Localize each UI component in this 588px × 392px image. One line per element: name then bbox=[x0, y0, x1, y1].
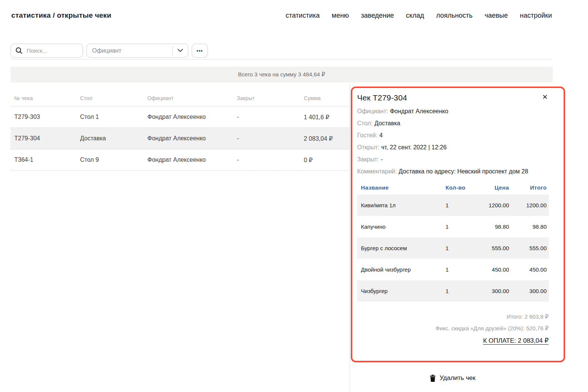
nav-item-tips[interactable]: чаевые bbox=[485, 12, 508, 20]
col-header-receipt-no: № чека bbox=[11, 95, 80, 101]
cell-waiter: Фондрат Алексеенко bbox=[147, 114, 237, 120]
col-header-table: Стол bbox=[80, 95, 147, 101]
nav-item-warehouse[interactable]: склад bbox=[406, 12, 424, 20]
discount-line: Фикс. скидка «Для друзей» (20%): 520,76 … bbox=[357, 322, 549, 334]
delete-receipt-button[interactable]: Удалить чек bbox=[357, 371, 549, 385]
detail-comment: Комментарий:Доставка по адресу: Невский … bbox=[357, 167, 549, 176]
receipt-detail-panel: Чек T279-304 ✕ Официант:Фондрат Алексеен… bbox=[350, 84, 588, 392]
items-col-price: Цена bbox=[476, 184, 511, 191]
search-box bbox=[11, 44, 83, 58]
chevron-down-icon bbox=[177, 49, 183, 52]
items-col-name: Название bbox=[357, 184, 446, 191]
item-row: Киви/мята 1л 1 1200.00 1200.00 bbox=[357, 194, 549, 216]
cell-closed: - bbox=[237, 135, 304, 142]
items-header: Название Кол-во Цена Итого bbox=[357, 180, 549, 194]
cell-closed: - bbox=[237, 114, 304, 120]
nav-item-settings[interactable]: настройки bbox=[520, 12, 552, 20]
cell-table: Стол 1 bbox=[80, 114, 147, 120]
more-options-button[interactable]: ••• bbox=[192, 44, 208, 58]
receipt-items-table: Название Кол-во Цена Итого Киви/мята 1л … bbox=[357, 180, 549, 302]
nav-item-venue[interactable]: заведение bbox=[361, 12, 394, 20]
cell-receipt-no: T364-1 bbox=[11, 156, 80, 163]
breadcrumb: статистика / открытые чеки bbox=[11, 11, 111, 20]
delete-receipt-label: Удалить чек bbox=[439, 374, 475, 382]
cell-closed: - bbox=[237, 156, 304, 163]
waiter-filter-label: Официант bbox=[92, 47, 173, 54]
subtotal-line: Итого: 2 603,8 ₽ bbox=[357, 311, 549, 322]
waiter-filter-dropdown[interactable]: Официант bbox=[86, 44, 188, 58]
receipt-totals: Итого: 2 603,8 ₽ Фикс. скидка «Для друзе… bbox=[357, 311, 549, 347]
table-row[interactable]: T364-1 Стол 9 Фондрат Алексеенко - 0 ₽ bbox=[11, 149, 350, 171]
receipt-title: Чек T279-304 bbox=[357, 93, 407, 102]
cell-table: Доставка bbox=[80, 135, 147, 142]
cell-receipt-no: T279-303 bbox=[11, 114, 80, 120]
col-header-closed: Закрыт bbox=[237, 95, 304, 101]
search-icon bbox=[15, 47, 23, 54]
item-row: Чизбургер 1 300.00 300.00 bbox=[357, 280, 549, 302]
item-row: Капучино 1 98.80 98.80 bbox=[357, 216, 549, 237]
nav-item-menu[interactable]: меню bbox=[332, 12, 349, 20]
cell-sum: 1 401,6 ₽ bbox=[304, 114, 350, 121]
trash-icon bbox=[430, 375, 436, 382]
main-nav: статистика меню заведение склад лояльнос… bbox=[286, 12, 552, 20]
detail-opened: Открыт:чт, 22 сент. 2022 | 12:26 bbox=[357, 143, 549, 152]
col-header-waiter: Официант bbox=[147, 95, 237, 101]
detail-closed: Закрыт:- bbox=[357, 155, 549, 164]
cell-waiter: Фондрат Алексеенко bbox=[147, 156, 237, 163]
summary-text: Всего 3 чека на сумму 3 484,64 ₽ bbox=[238, 71, 325, 78]
table-row-selected[interactable]: T279-304 Доставка Фондрат Алексеенко - 2… bbox=[11, 128, 350, 149]
cell-sum: 2 083,04 ₽ bbox=[304, 135, 350, 142]
detail-guests: Гостей:4 bbox=[357, 131, 549, 140]
dropdown-divider bbox=[173, 46, 173, 55]
top-bar: статистика / открытые чеки статистика ме… bbox=[11, 11, 552, 20]
detail-table: Стол:Доставка bbox=[357, 119, 549, 128]
payable-line: К ОПЛАТЕ: 2 083,04 ₽ bbox=[357, 335, 549, 347]
receipts-table: № чека Стол Официант Закрыт Сумма T279-3… bbox=[11, 90, 350, 171]
nav-item-loyalty[interactable]: лояльность bbox=[436, 12, 473, 20]
table-row[interactable]: T279-303 Стол 1 Фондрат Алексеенко - 1 4… bbox=[11, 106, 350, 128]
cell-sum: 0 ₽ bbox=[304, 156, 350, 164]
divider-line bbox=[11, 59, 553, 59]
cell-table: Стол 9 bbox=[80, 156, 147, 163]
cell-waiter: Фондрат Алексеенко bbox=[147, 135, 237, 142]
items-col-total: Итого bbox=[511, 184, 549, 191]
receipt-details: Официант:Фондрат Алексеенко Стол:Доставк… bbox=[357, 107, 549, 176]
receipts-table-header: № чека Стол Официант Закрыт Сумма bbox=[11, 90, 350, 106]
receipt-detail-highlight: Чек T279-304 ✕ Официант:Фондрат Алексеен… bbox=[351, 87, 565, 362]
detail-waiter: Официант:Фондрат Алексеенко bbox=[357, 107, 549, 115]
col-header-sum: Сумма bbox=[304, 95, 350, 101]
summary-bar: Всего 3 чека на сумму 3 484,64 ₽ bbox=[11, 67, 553, 82]
item-row: Бургер с лососем 1 555.00 555.00 bbox=[357, 237, 549, 259]
ellipsis-icon: ••• bbox=[197, 48, 203, 53]
panel-header: Чек T279-304 ✕ bbox=[357, 93, 549, 102]
close-icon[interactable]: ✕ bbox=[541, 93, 549, 101]
items-col-qty: Кол-во bbox=[446, 184, 476, 191]
search-input[interactable] bbox=[26, 47, 71, 54]
nav-item-statistics[interactable]: статистика bbox=[286, 12, 320, 20]
filters-row: Официант ••• bbox=[11, 44, 208, 58]
cell-receipt-no: T279-304 bbox=[11, 135, 80, 142]
item-row: Двойной чизбургер 1 450.00 450.00 bbox=[357, 259, 549, 280]
